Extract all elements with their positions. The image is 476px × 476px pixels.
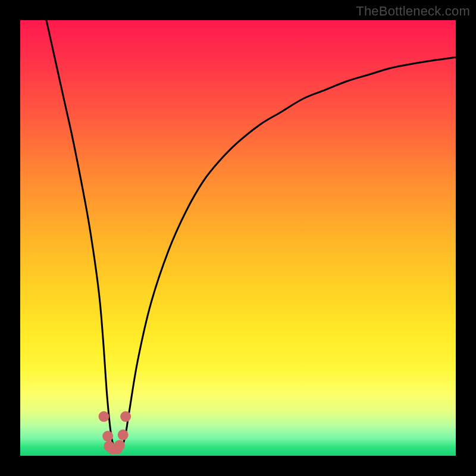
valley-marker [120, 411, 131, 422]
curve-path [46, 20, 456, 448]
chart-svg [20, 20, 456, 456]
valley-marker [118, 430, 129, 440]
valley-marker [114, 440, 125, 450]
valley-marker [99, 411, 109, 422]
valley-marker-group [99, 411, 131, 454]
valley-marker [102, 431, 113, 441]
plot-area [20, 20, 456, 456]
chart-frame: TheBottleneck.com [0, 0, 476, 476]
watermark-text: TheBottleneck.com [356, 4, 470, 19]
